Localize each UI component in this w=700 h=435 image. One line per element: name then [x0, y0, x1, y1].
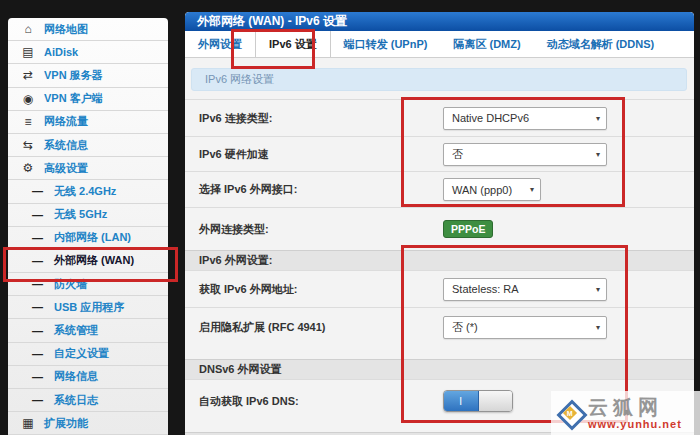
connection-type-select[interactable]: Native DHCPv6 ▾: [443, 107, 607, 130]
dash-icon: —: [32, 348, 42, 360]
dash-icon: —: [32, 185, 42, 197]
sidebar-item-system-log[interactable]: — 系统日志: [8, 389, 168, 412]
row-wan-interface: 选择 IPv6 外网接口: WAN (ppp0) ▾: [185, 171, 694, 207]
sidebar-item-traffic[interactable]: ≡ 网络流量: [8, 111, 168, 134]
connection-type-value: Native DHCPv6: [452, 112, 596, 124]
sidebar-item-vpn-client[interactable]: ◉ VPN 客户端: [8, 88, 168, 111]
toggle-on-segment: I: [444, 391, 479, 411]
traffic-list-icon: ≡: [20, 115, 36, 129]
sidebar-item-label: 防火墙: [54, 277, 87, 292]
wan-interface-value: WAN (ppp0): [452, 184, 530, 196]
watermark: M 云狐网 www.yunhu.net: [551, 391, 700, 435]
privacy-extension-value: 否 (*): [452, 320, 596, 335]
wan-interface-label: 选择 IPv6 外网接口:: [199, 182, 297, 197]
sidebar-item-wireless-24ghz[interactable]: — 无线 2.4GHz: [8, 180, 168, 203]
sidebar-item-label: VPN 客户端: [44, 91, 103, 106]
sidebar-item-label: USB 应用程序: [54, 300, 124, 315]
page: ⌂ 网络地图 ▤ AiDisk ⇄ VPN 服务器 ◉ VPN 客户端 ≡ 网络…: [0, 0, 700, 435]
shuffle-icon: ⇆: [20, 138, 36, 152]
row-wan-connection-type: 外网连接类型: PPPoE: [185, 207, 694, 250]
watermark-logo-icon: M: [556, 399, 584, 427]
section-dnsv6-wan-settings: DNSv6 外网设置: [185, 359, 694, 379]
auto-dns-toggle[interactable]: I: [443, 390, 513, 412]
sidebar-item-label: 无线 5GHz: [54, 207, 107, 222]
chevron-down-icon: ▾: [596, 150, 600, 159]
ipv6-address-mode-value: Stateless: RA: [452, 283, 596, 295]
tab-ddns[interactable]: 动态域名解析 (DDNS): [534, 31, 668, 57]
sidebar-item-label: 系统信息: [44, 138, 88, 153]
wan-connection-type-label: 外网连接类型:: [199, 222, 269, 237]
sidebar-item-label: 无线 2.4GHz: [54, 184, 116, 199]
privacy-extension-label: 启用隐私扩展 (RFC 4941): [199, 320, 326, 335]
dash-icon: —: [32, 255, 42, 267]
sidebar: ⌂ 网络地图 ▤ AiDisk ⇄ VPN 服务器 ◉ VPN 客户端 ≡ 网络…: [8, 18, 168, 435]
dash-icon: —: [32, 394, 42, 406]
sidebar-item-network-map[interactable]: ⌂ 网络地图: [8, 18, 168, 41]
tab-dmz[interactable]: 隔离区 (DMZ): [440, 31, 533, 57]
ipv6-settings-form: IPv6 连接类型: Native DHCPv6 ▾ IPv6 硬件加速 否 ▾: [185, 99, 694, 435]
sidebar-item-label: 高级设置: [44, 161, 88, 176]
sidebar-item-extensions[interactable]: ▦ 扩展功能: [8, 412, 168, 435]
sidebar-item-system-info[interactable]: ⇆ 系统信息: [8, 134, 168, 157]
ipv6-address-mode-select[interactable]: Stateless: RA ▾: [443, 278, 607, 301]
section-ipv6-wan-settings: IPv6 外网设置:: [185, 250, 694, 270]
sidebar-item-label: 系统日志: [54, 393, 98, 408]
sidebar-item-label: 外部网络 (WAN): [54, 253, 134, 268]
sidebar-item-label: 扩展功能: [44, 416, 88, 431]
row-ipv6-address-mode: 获取 IPv6 外网地址: Stateless: RA ▾: [185, 270, 694, 307]
dash-icon: —: [32, 209, 42, 221]
vpn-server-icon: ⇄: [20, 68, 36, 82]
sidebar-item-aidisk[interactable]: ▤ AiDisk: [8, 41, 168, 64]
auto-dns-label: 自动获取 IPv6 DNS:: [199, 394, 299, 409]
chevron-down-icon: ▾: [596, 323, 600, 332]
sidebar-item-lan[interactable]: — 内部网络 (LAN): [8, 227, 168, 250]
sidebar-item-label: AiDisk: [44, 46, 78, 58]
sidebar-item-label: 网络流量: [44, 114, 88, 129]
wan-interface-select[interactable]: WAN (ppp0) ▾: [443, 178, 541, 201]
sidebar-item-label: 系统管理: [54, 323, 98, 338]
sidebar-item-vpn-server[interactable]: ⇄ VPN 服务器: [8, 64, 168, 87]
tab-ipv6-settings[interactable]: IPv6 设置: [255, 31, 331, 57]
dash-icon: —: [32, 232, 42, 244]
chevron-down-icon: ▾: [530, 185, 534, 194]
sidebar-item-label: VPN 服务器: [44, 68, 103, 83]
main-panel: 外部网络 (WAN) - IPv6 设置 外网设置 IPv6 设置 端口转发 (…: [185, 12, 694, 435]
sidebar-item-custom-settings[interactable]: — 自定义设置: [8, 343, 168, 366]
dash-icon: —: [32, 301, 42, 313]
pppoe-status-badge: PPPoE: [443, 220, 493, 238]
wrench-icon: ⚙: [20, 161, 36, 175]
ipv6-address-mode-label: 获取 IPv6 外网地址:: [199, 282, 297, 297]
sidebar-item-label: 内部网络 (LAN): [54, 230, 131, 245]
globe-icon: ◉: [20, 92, 36, 106]
disk-icon: ▤: [20, 45, 36, 59]
row-hw-acceleration: IPv6 硬件加速 否 ▾: [185, 136, 694, 171]
sidebar-item-label: 网络地图: [44, 22, 88, 37]
sidebar-item-network-info[interactable]: — 网络信息: [8, 366, 168, 389]
sidebar-item-advanced-settings[interactable]: ⚙ 高级设置: [8, 157, 168, 180]
grid-icon: ▦: [20, 416, 36, 430]
watermark-url: www.yunhu.net: [588, 418, 682, 430]
watermark-site-name: 云狐网: [588, 397, 682, 417]
tab-port-forwarding-upnp[interactable]: 端口转发 (UPnP): [331, 31, 441, 57]
tab-wan-settings[interactable]: 外网设置: [185, 31, 255, 57]
privacy-extension-select[interactable]: 否 (*) ▾: [443, 316, 607, 339]
sidebar-item-firewall[interactable]: — 防火墙: [8, 273, 168, 296]
sidebar-item-wireless-5ghz[interactable]: — 无线 5GHz: [8, 204, 168, 227]
hw-acceleration-value: 否: [452, 147, 596, 162]
toggle-off-segment: [479, 391, 513, 411]
page-title: 外部网络 (WAN) - IPv6 设置: [185, 12, 694, 31]
chevron-down-icon: ▾: [596, 285, 600, 294]
sidebar-item-label: 自定义设置: [54, 346, 109, 361]
connection-type-label: IPv6 连接类型:: [199, 111, 272, 126]
dash-icon: —: [32, 371, 42, 383]
sidebar-item-label: 网络信息: [54, 369, 98, 384]
hw-acceleration-label: IPv6 硬件加速: [199, 147, 269, 162]
hw-acceleration-select[interactable]: 否 ▾: [443, 143, 607, 166]
row-connection-type: IPv6 连接类型: Native DHCPv6 ▾: [185, 99, 694, 136]
home-icon: ⌂: [20, 22, 36, 36]
chevron-down-icon: ▾: [596, 114, 600, 123]
sidebar-item-usb-apps[interactable]: — USB 应用程序: [8, 296, 168, 319]
sidebar-item-wan[interactable]: — 外部网络 (WAN): [8, 250, 168, 273]
dash-icon: —: [32, 278, 42, 290]
sidebar-item-system-admin[interactable]: — 系统管理: [8, 319, 168, 342]
